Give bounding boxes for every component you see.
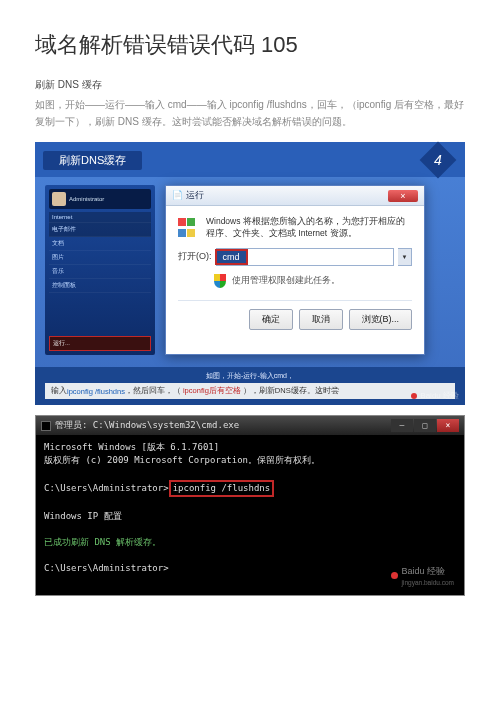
footer-bubble: 如图，开始-运行-输入cmd， (45, 371, 455, 381)
cancel-button[interactable]: 取消 (299, 309, 343, 330)
start-menu-run-highlight: 运行... (49, 336, 151, 351)
start-menu-item: 音乐 (49, 265, 151, 279)
run-icon (178, 218, 198, 238)
footer-instruction-bar: 输入 ipconfig /flushdns ，然后回车，（ ipconfig后有… (45, 383, 455, 399)
run-dialog-title: 📄 运行 (172, 189, 204, 202)
shield-icon (214, 274, 226, 288)
baidu-watermark: Baidu 经验 (411, 390, 459, 401)
start-menu: Administrator Internet 电子邮件 文档 图片 音乐 控制面… (45, 185, 155, 355)
success-line: 已成功刷新 DNS 解析缓存。 (44, 537, 161, 547)
screenshot-run-dialog: 刷新DNS缓存 4 Administrator Internet 电子邮件 文档… (35, 142, 465, 405)
ok-button[interactable]: 确定 (249, 309, 293, 330)
start-menu-item: 控制面板 (49, 279, 151, 293)
dropdown-icon[interactable]: ▼ (398, 248, 412, 266)
close-icon[interactable]: × (388, 190, 418, 202)
minimize-icon[interactable]: — (391, 419, 413, 432)
start-menu-item: 电子邮件 (49, 223, 151, 237)
page-title: 域名解析错误错误代码 105 (35, 30, 465, 60)
admin-text: 使用管理权限创建此任务。 (232, 275, 340, 287)
open-input[interactable]: cmd (216, 248, 395, 266)
cmd-icon (41, 421, 51, 431)
step-subtitle: 刷新 DNS 缓存 (35, 78, 465, 92)
maximize-icon[interactable]: □ (414, 419, 436, 432)
run-dialog-window: 📄 运行 × Windows 将根据您所输入的名称，为您打开相应的程序、文件夹、… (165, 185, 425, 355)
command-highlight: ipconfig /flushdns (169, 480, 275, 497)
step-number-badge: 4 (420, 142, 457, 179)
slide-title: 刷新DNS缓存 (43, 151, 142, 170)
cmd-output: Microsoft Windows [版本 6.1.7601] 版权所有 (c)… (36, 435, 464, 595)
cmd-input-highlight: cmd (215, 249, 248, 265)
screenshot-cmd-window: 管理员: C:\Windows\system32\cmd.exe — □ × M… (35, 415, 465, 596)
browse-button[interactable]: 浏览(B)... (349, 309, 413, 330)
step-description: 如图，开始——运行——输入 cmd——输入 ipconfig /flushdns… (35, 96, 465, 130)
run-dialog-prompt: Windows 将根据您所输入的名称，为您打开相应的程序、文件夹、文档或 Int… (206, 216, 412, 240)
start-menu-item: 文档 (49, 237, 151, 251)
avatar-icon (52, 192, 66, 206)
open-label: 打开(O): (178, 250, 212, 263)
start-menu-item: Internet (49, 212, 151, 223)
baidu-watermark: Baidu 经验 jingyan.baidu.com (391, 565, 454, 587)
start-menu-item: 图片 (49, 251, 151, 265)
start-menu-user: Administrator (69, 196, 104, 202)
cmd-window-title: 管理员: C:\Windows\system32\cmd.exe (55, 419, 239, 432)
close-icon[interactable]: × (437, 419, 459, 432)
